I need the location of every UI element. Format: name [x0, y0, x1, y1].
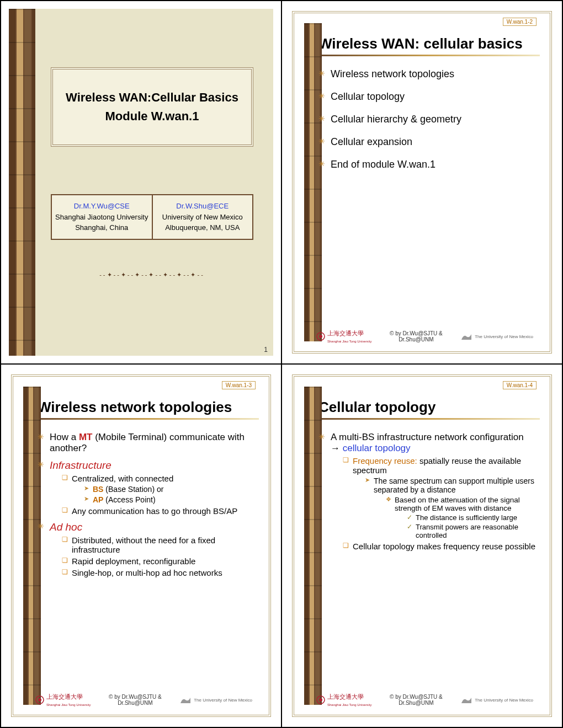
- ap-rest: (Access Point): [103, 495, 155, 504]
- adhoc-sub1: Distributed, without the need for a fixe…: [62, 536, 259, 554]
- slide2-badge: W.wan.1-2: [503, 18, 537, 26]
- slide3-frame: W.wan.1-3 Wireless network topologies Ho…: [11, 374, 271, 717]
- svg-point-1: [319, 335, 322, 338]
- slide1-background: [9, 9, 273, 356]
- l2-orange: Frequency reuse:: [353, 456, 417, 465]
- footer-left-sub: Shanghai Jiao Tong University: [327, 703, 372, 706]
- slide-grid: Wireless WAN:Cellular Basics Module W.wa…: [0, 0, 563, 728]
- slide4-lvl5: The distance is sufficiently large Trans…: [395, 513, 540, 539]
- slide4-lvl2: Frequency reuse: spatially reuse the ava…: [331, 456, 540, 551]
- slide4-underline: [318, 418, 540, 420]
- slide4-inner: Cellular topology A multi-BS infrastruct…: [318, 399, 540, 551]
- slide1-left-stripe: [9, 9, 35, 356]
- l5a: The distance is sufficiently large: [407, 513, 540, 522]
- infra-sub1-list: BS (Base Station) or AP (Access Point): [72, 485, 259, 504]
- infra-sublist: Centralized, with connected BS (Base Sta…: [50, 474, 259, 516]
- slide4-lvl4: Based on the attenuation of the signal s…: [374, 496, 540, 539]
- slide-1-title: Wireless WAN:Cellular Basics Module W.wa…: [1, 1, 282, 364]
- footer-left-text: 上海交通大學: [327, 330, 364, 336]
- slide2-item-2: Cellular topology: [318, 91, 540, 103]
- slide4-title: Cellular topology: [318, 399, 540, 416]
- footer-left-text: 上海交通大學: [46, 693, 83, 700]
- freq-reuse: Frequency reuse: spatially reuse the ava…: [343, 456, 540, 539]
- author-2-email: Dr.W.Shu@ECE: [156, 201, 249, 212]
- slide1-page-number: 1: [264, 346, 268, 354]
- adhoc-sublist: Distributed, without the need for a fixe…: [50, 536, 259, 577]
- slide2-item-3: Cellular hierarchy & geometry: [318, 114, 540, 125]
- l2b: Cellular topology makes frequency reuse …: [343, 542, 540, 551]
- author-1-email: Dr.M.Y.Wu@CSE: [55, 201, 148, 212]
- svg-point-5: [319, 698, 322, 702]
- slide2-item-4: Cellular expansion: [318, 136, 540, 148]
- svg-point-3: [38, 698, 41, 702]
- slide4-lvl3: The same spectrum can support multiple u…: [353, 477, 540, 539]
- ap-strong: AP: [93, 495, 103, 504]
- footer-right-logo: The University of New Mexico: [460, 695, 533, 704]
- sjtu-logo-icon: [316, 332, 325, 341]
- slide3-question: How a MT (Mobile Terminal) communicate w…: [38, 432, 259, 454]
- l5b: Transmit powers are reasonable controlle…: [407, 523, 540, 539]
- infra-sub2: Any communication has to go through BS/A…: [62, 506, 259, 516]
- footer-copyright: © by Dr.Wu@SJTU & Dr.Shu@UNM: [372, 694, 461, 706]
- authors-row: Dr.M.Y.Wu@CSE Shanghai Jiaotong Universi…: [51, 194, 253, 240]
- slide3-adhoc: Ad hoc Distributed, without the need for…: [38, 521, 259, 577]
- bs-strong: BS: [93, 485, 103, 494]
- slide2-footer: 上海交通大學 Shanghai Jiao Tong University © b…: [316, 329, 533, 344]
- footer-left-logo: 上海交通大學 Shanghai Jiao Tong University: [35, 693, 91, 707]
- title-line-1: Wireless WAN:Cellular Basics: [64, 90, 240, 105]
- footer-copyright: © by Dr.Wu@SJTU & Dr.Shu@UNM: [91, 694, 180, 706]
- footer-right-text: The University of New Mexico: [194, 698, 252, 703]
- slide3-inner: Wireless network topologies How a MT (Mo…: [38, 399, 259, 577]
- slide3-list: How a MT (Mobile Terminal) communicate w…: [38, 432, 259, 577]
- l1-arrow: →: [331, 443, 340, 453]
- infra-sub1: Centralized, with connected BS (Base Sta…: [62, 474, 259, 504]
- slide-4: W.wan.1-4 Cellular topology A multi-BS i…: [282, 364, 562, 727]
- slide3-title: Wireless network topologies: [38, 399, 259, 416]
- author-1-org: Shanghai Jiaotong University: [55, 212, 148, 223]
- slide2-frame: W.wan.1-2 Wireless WAN: cellular basics …: [292, 11, 552, 354]
- adhoc-sub2: Rapid deployment, reconfigurable: [62, 556, 259, 566]
- bs-rest: (Base Station) or: [103, 485, 163, 494]
- q-mt: MT: [79, 432, 93, 442]
- sjtu-logo-icon: [35, 695, 44, 704]
- decoration-row: --✦--✦--✦--✦--✦--✦--✦--: [51, 271, 253, 279]
- l1-text: A multi-BS infrastructure network config…: [331, 432, 524, 442]
- l4-text: Based on the attenuation of the signal s…: [395, 496, 520, 512]
- slide2-list: Wireless network topologies Cellular top…: [318, 68, 540, 170]
- l4: Based on the attenuation of the signal s…: [386, 496, 540, 539]
- footer-right-text: The University of New Mexico: [475, 698, 533, 703]
- slide2-title: Wireless WAN: cellular basics: [318, 35, 540, 52]
- slide-3: W.wan.1-3 Wireless network topologies Ho…: [1, 364, 282, 727]
- slide2-item-1: Wireless network topologies: [318, 68, 540, 80]
- footer-left-logo: 上海交通大學 Shanghai Jiao Tong University: [316, 693, 372, 707]
- slide3-footer: 上海交通大學 Shanghai Jiao Tong University © b…: [35, 693, 252, 707]
- footer-left-logo: 上海交通大學 Shanghai Jiao Tong University: [316, 329, 372, 344]
- sjtu-logo-icon: [316, 695, 325, 704]
- footer-copyright: © by Dr.Wu@SJTU & Dr.Shu@UNM: [372, 330, 461, 342]
- unm-logo-icon: [179, 695, 192, 704]
- infra-bs: BS (Base Station) or: [84, 485, 259, 494]
- slide4-footer: 上海交通大學 Shanghai Jiao Tong University © b…: [316, 693, 533, 707]
- l1-blue: cellular topology: [340, 443, 411, 453]
- title-box: Wireless WAN:Cellular Basics Module W.wa…: [51, 67, 253, 147]
- footer-right-logo: The University of New Mexico: [179, 695, 252, 704]
- slide2-underline: [318, 55, 540, 56]
- slide3-badge: W.wan.1-3: [222, 381, 256, 389]
- footer-left-sub: Shanghai Jiao Tong University: [327, 340, 372, 343]
- slide2-item-5: End of module W.wan.1: [318, 159, 540, 170]
- slide-2: W.wan.1-2 Wireless WAN: cellular basics …: [282, 1, 562, 364]
- q-pre: How a: [50, 432, 79, 442]
- adhoc-label: Ad hoc: [50, 521, 82, 533]
- unm-logo-icon: [460, 695, 472, 704]
- title-line-2: Module W.wan.1: [64, 109, 240, 124]
- slide2-inner: Wireless WAN: cellular basics Wireless n…: [318, 35, 540, 170]
- author-2-cell: Dr.W.Shu@ECE University of New Mexico Al…: [153, 194, 254, 240]
- slide4-frame: W.wan.1-4 Cellular topology A multi-BS i…: [292, 374, 552, 717]
- author-2-loc: Albuquerque, NM, USA: [156, 222, 249, 233]
- slide4-item1: A multi-BS infrastructure network config…: [318, 432, 540, 551]
- author-1-loc: Shanghai, China: [55, 222, 148, 233]
- footer-right-text: The University of New Mexico: [475, 334, 533, 339]
- infra-ap: AP (Access Point): [84, 495, 259, 504]
- unm-logo-icon: [460, 332, 472, 341]
- footer-left-text: 上海交通大學: [327, 693, 364, 700]
